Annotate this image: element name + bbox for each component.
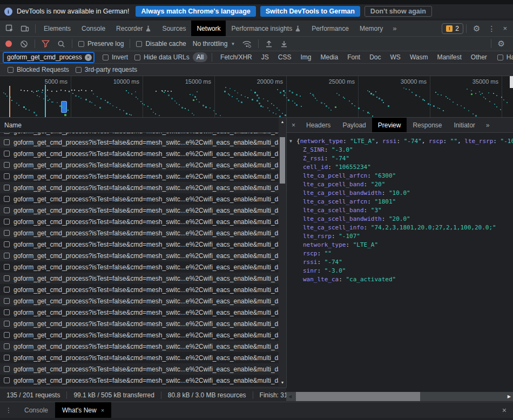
table-row[interactable]: goform_get_cmd_process?isTest=false&cmd=… — [0, 133, 279, 137]
type-filter-img[interactable]: Img — [296, 52, 315, 62]
table-row[interactable]: goform_get_cmd_process?isTest=false&cmd=… — [0, 329, 279, 341]
tab-memory[interactable]: Memory — [354, 21, 388, 36]
list-scrollbar-thumb[interactable] — [280, 137, 285, 184]
disable-cache-checkbox-group[interactable]: Disable cache — [133, 40, 189, 48]
table-row[interactable]: goform_get_cmd_process?isTest=false&cmd=… — [0, 171, 279, 182]
import-har-icon[interactable] — [261, 40, 276, 48]
has-blocked-cookies-checkbox-group[interactable]: Has blocked cookies — [494, 53, 513, 61]
table-row[interactable]: goform_get_cmd_process?isTest=false&cmd=… — [0, 318, 279, 329]
table-row[interactable]: goform_get_cmd_process?isTest=false&cmd=… — [0, 182, 279, 193]
timeline-overview[interactable]: 5000 ms10000 ms15000 ms20000 ms25000 ms3… — [0, 76, 513, 118]
detail-tab-response[interactable]: Response — [407, 118, 448, 132]
type-filter-font[interactable]: Font — [343, 52, 364, 62]
table-row[interactable]: goform_get_cmd_process?isTest=false&cmd=… — [0, 341, 279, 352]
table-row[interactable]: goform_get_cmd_process?isTest=false&cmd=… — [0, 239, 279, 250]
table-row[interactable]: goform_get_cmd_process?isTest=false&cmd=… — [0, 386, 279, 388]
table-row[interactable]: goform_get_cmd_process?isTest=false&cmd=… — [0, 295, 279, 307]
network-settings-gear-icon[interactable]: ⚙ — [494, 39, 509, 49]
invert-checkbox[interactable] — [103, 55, 109, 60]
more-panels-icon[interactable]: » — [388, 24, 401, 32]
drawer-tab-console[interactable]: Console — [17, 402, 55, 418]
tab-performance-insights[interactable]: Performance insights — [226, 21, 306, 36]
type-filter-all[interactable]: All — [193, 52, 207, 62]
type-filter-css[interactable]: CSS — [274, 52, 295, 62]
tab-recorder[interactable]: Recorder — [111, 21, 157, 36]
close-tab-icon[interactable]: × — [101, 407, 104, 414]
issues-badge[interactable]: ! 2 — [442, 23, 463, 34]
table-row[interactable]: goform_get_cmd_process?isTest=false&cmd=… — [0, 273, 279, 284]
inspect-element-icon[interactable] — [2, 24, 17, 33]
tab-performance[interactable]: Performance — [306, 21, 354, 36]
record-network-log-button[interactable] — [5, 40, 12, 47]
timeline-scrollbar-thumb[interactable] — [510, 76, 513, 88]
preview-root-line[interactable]: ▼{network_type: "LTE_A", rssi: "-74", rs… — [287, 137, 513, 146]
preview-hscrollbar[interactable]: ◀ ▶ — [286, 392, 513, 401]
hscrollbar-thumb[interactable] — [296, 392, 420, 401]
clear-filter-icon[interactable]: × — [85, 54, 92, 61]
switch-devtools-german-button[interactable]: Switch DevTools to German — [260, 6, 360, 17]
table-row[interactable]: goform_get_cmd_process?isTest=false&cmd=… — [0, 148, 279, 159]
close-detail-icon[interactable]: × — [287, 121, 300, 129]
dont-show-again-button[interactable]: Don't show again — [364, 6, 432, 17]
network-filter-input[interactable] — [3, 52, 94, 63]
table-row[interactable]: goform_get_cmd_process?isTest=false&cmd=… — [0, 307, 279, 318]
table-row[interactable]: goform_get_cmd_process?isTest=false&cmd=… — [0, 159, 279, 171]
close-devtools-icon[interactable]: × — [499, 24, 511, 32]
table-row[interactable]: goform_get_cmd_process?isTest=false&cmd=… — [0, 375, 279, 386]
table-row[interactable]: goform_get_cmd_process?isTest=false&cmd=… — [0, 363, 279, 375]
third-party-checkbox-group[interactable]: 3rd-party requests — [72, 66, 140, 73]
settings-gear-icon[interactable]: ⚙ — [469, 24, 484, 33]
disable-cache-checkbox[interactable] — [136, 41, 142, 47]
name-column-header[interactable]: Name — [0, 118, 286, 133]
detail-tab-initiator[interactable]: Initiator — [448, 118, 481, 132]
table-row[interactable]: goform_get_cmd_process?isTest=false&cmd=… — [0, 205, 279, 216]
device-toolbar-icon[interactable] — [17, 24, 32, 33]
type-filter-doc[interactable]: Doc — [366, 52, 384, 62]
drawer-tab-what-s-new[interactable]: What's New× — [55, 402, 111, 418]
type-filter-fetch-xhr[interactable]: Fetch/XHR — [217, 52, 256, 62]
has-blocked-cookies-checkbox[interactable] — [497, 55, 503, 60]
throttling-select[interactable]: No throttling ▼ — [190, 40, 239, 48]
table-row[interactable]: goform_get_cmd_process?isTest=false&cmd=… — [0, 193, 279, 205]
scroll-up-icon[interactable]: ▲ — [279, 120, 286, 124]
hide-data-urls-checkbox-group[interactable]: Hide data URLs — [131, 53, 193, 61]
table-row[interactable]: goform_get_cmd_process?isTest=false&cmd=… — [0, 227, 279, 239]
type-filter-media[interactable]: Media — [316, 52, 342, 62]
table-row[interactable]: goform_get_cmd_process?isTest=false&cmd=… — [0, 284, 279, 295]
hide-data-urls-checkbox[interactable] — [134, 55, 140, 60]
network-conditions-icon[interactable] — [238, 40, 255, 48]
blocked-requests-checkbox-group[interactable]: Blocked Requests — [4, 66, 72, 73]
scroll-down-icon[interactable]: ▼ — [279, 381, 286, 384]
type-filter-js[interactable]: JS — [258, 52, 273, 62]
tab-elements[interactable]: Elements — [38, 21, 76, 36]
scroll-right-icon[interactable]: ▶ — [505, 392, 513, 401]
match-chrome-language-button[interactable]: Always match Chrome's language — [136, 6, 255, 17]
table-row[interactable]: goform_get_cmd_process?isTest=false&cmd=… — [0, 137, 279, 148]
blocked-requests-checkbox[interactable] — [8, 67, 14, 73]
detail-tab-payload[interactable]: Payload — [336, 118, 372, 132]
type-filter-wasm[interactable]: Wasm — [406, 52, 432, 62]
filter-funnel-icon[interactable] — [38, 40, 53, 48]
preserve-log-checkbox-group[interactable]: Preserve log — [75, 40, 127, 48]
table-row[interactable]: goform_get_cmd_process?isTest=false&cmd=… — [0, 250, 279, 261]
search-icon[interactable] — [53, 40, 69, 48]
clear-network-log-icon[interactable] — [16, 40, 32, 48]
drawer-kebab-menu-icon[interactable]: ⋮ — [0, 407, 17, 414]
export-har-icon[interactable] — [276, 40, 292, 48]
tab-console[interactable]: Console — [76, 21, 111, 36]
invert-checkbox-group[interactable]: Invert — [99, 53, 131, 61]
third-party-checkbox[interactable] — [76, 67, 82, 73]
table-row[interactable]: goform_get_cmd_process?isTest=false&cmd=… — [0, 216, 279, 227]
detail-tabs-overflow-icon[interactable]: » — [481, 121, 495, 129]
table-row[interactable]: goform_get_cmd_process?isTest=false&cmd=… — [0, 352, 279, 363]
list-scrollbar[interactable]: ▲ ▼ — [279, 118, 286, 388]
detail-tab-preview[interactable]: Preview — [372, 118, 407, 132]
scroll-left-icon[interactable]: ◀ — [286, 392, 294, 401]
kebab-menu-icon[interactable]: ⋮ — [484, 24, 499, 33]
expander-icon[interactable]: ▼ — [289, 137, 296, 146]
tab-sources[interactable]: Sources — [157, 21, 191, 36]
type-filter-other[interactable]: Other — [467, 52, 491, 62]
detail-tab-headers[interactable]: Headers — [300, 118, 336, 132]
table-row[interactable]: goform_get_cmd_process?isTest=false&cmd=… — [0, 261, 279, 273]
type-filter-manifest[interactable]: Manifest — [433, 52, 465, 62]
